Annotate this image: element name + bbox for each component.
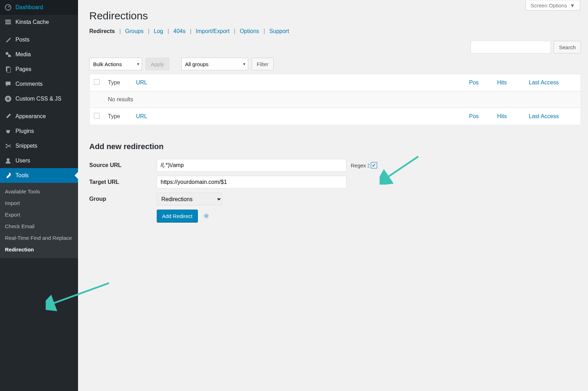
bulk-actions-select[interactable]: Bulk Actions <box>89 58 142 70</box>
svg-rect-1 <box>5 20 11 21</box>
sidebar-item-label: Comments <box>15 81 43 87</box>
submenu-redirection[interactable]: Redirection <box>0 244 78 255</box>
submenu-export[interactable]: Export <box>0 209 78 220</box>
redirects-table: Type URL Pos Hits Last Access No results… <box>89 74 581 125</box>
tab-groups[interactable]: Groups <box>125 28 143 34</box>
submenu-realtime-find-replace[interactable]: Real-Time Find and Replace <box>0 232 78 244</box>
sidebar-item-posts[interactable]: Posts <box>0 32 78 47</box>
sidebar-item-label: Media <box>15 51 31 58</box>
sidebar-item-label: Users <box>15 158 30 164</box>
target-url-input[interactable] <box>157 176 347 188</box>
group-label: Group <box>89 196 157 202</box>
pin-icon <box>4 36 12 44</box>
col-url-footer[interactable]: URL <box>132 108 465 125</box>
regex-label: Regex <box>351 162 366 168</box>
sidebar-item-kinsta-cache[interactable]: Kinsta Cache <box>0 15 78 30</box>
chevron-down-icon: ▼ <box>570 2 575 8</box>
sidebar-item-label: Snippets <box>15 143 37 149</box>
group-filter-select[interactable]: All groups <box>181 58 248 70</box>
sidebar-item-users[interactable]: Users <box>0 153 78 168</box>
page-title: Redirections <box>89 0 581 22</box>
svg-point-8 <box>6 144 7 145</box>
tab-import-export[interactable]: Import/Export <box>196 28 230 34</box>
regex-help-link[interactable]: ? <box>367 163 369 167</box>
comments-icon <box>4 80 12 88</box>
regex-checkbox[interactable]: ✓ <box>371 162 377 168</box>
tools-submenu: Available Tools Import Export Check Emai… <box>0 183 78 258</box>
scissors-icon <box>4 142 12 150</box>
col-hits-footer[interactable]: Hits <box>493 108 525 125</box>
submenu-available-tools[interactable]: Available Tools <box>0 186 78 197</box>
search-input[interactable] <box>471 41 551 53</box>
gear-icon <box>203 213 209 219</box>
col-last-access[interactable]: Last Access <box>525 74 581 91</box>
sidebar-item-comments[interactable]: Comments <box>0 77 78 91</box>
sidebar-item-label: Dashboard <box>15 4 43 11</box>
sidebar-item-label: Posts <box>15 37 30 43</box>
svg-point-9 <box>6 147 7 148</box>
advanced-options-toggle[interactable] <box>201 211 211 221</box>
media-icon <box>4 51 12 58</box>
col-hits[interactable]: Hits <box>493 74 525 91</box>
col-url[interactable]: URL <box>132 74 465 91</box>
svg-rect-3 <box>5 23 11 24</box>
user-icon <box>4 157 12 165</box>
svg-point-4 <box>6 52 8 55</box>
sidebar-item-media[interactable]: Media <box>0 47 78 62</box>
screen-options-label: Screen Options <box>531 2 567 8</box>
sidebar-item-dashboard[interactable]: Dashboard <box>0 0 78 15</box>
apply-button[interactable]: Apply <box>146 58 169 70</box>
target-url-label: Target URL <box>89 179 157 185</box>
tab-log[interactable]: Log <box>154 28 163 34</box>
sidebar-item-custom-css-js[interactable]: Custom CSS & JS <box>0 91 78 106</box>
col-type-footer: Type <box>104 108 132 125</box>
submenu-check-email[interactable]: Check Email <box>0 220 78 232</box>
sidebar-item-appearance[interactable]: Appearance <box>0 109 78 124</box>
no-results-message: No results <box>104 91 581 108</box>
sidebar-item-plugins[interactable]: Plugins <box>0 124 78 139</box>
dashboard-icon <box>4 4 12 11</box>
brush-icon <box>4 113 12 120</box>
cache-icon <box>4 18 12 26</box>
col-type: Type <box>104 74 132 91</box>
group-select[interactable]: Redirections <box>157 193 222 205</box>
admin-sidebar: Dashboard Kinsta Cache Posts Media Pages… <box>0 0 78 391</box>
pages-icon <box>4 65 12 73</box>
sidebar-item-tools[interactable]: Tools <box>0 168 78 183</box>
main-content: Screen Options ▼ Redirections Redirects … <box>78 0 588 391</box>
sidebar-item-label: Kinsta Cache <box>15 19 49 25</box>
select-all-checkbox-footer[interactable] <box>94 113 99 118</box>
redirection-tabs: Redirects | Groups | Log | 404s | Import… <box>89 28 581 34</box>
tab-redirects[interactable]: Redirects <box>89 28 115 34</box>
source-url-label: Source URL <box>89 162 157 168</box>
sidebar-item-label: Plugins <box>15 128 34 134</box>
col-last-access-footer[interactable]: Last Access <box>525 108 581 125</box>
search-button[interactable]: Search <box>554 41 581 53</box>
sidebar-item-pages[interactable]: Pages <box>0 62 78 77</box>
col-pos-footer[interactable]: Pos <box>465 108 493 125</box>
svg-rect-6 <box>7 68 11 72</box>
add-redirect-button[interactable]: Add Redirect <box>157 210 198 222</box>
sidebar-item-snippets[interactable]: Snippets <box>0 139 78 153</box>
sidebar-item-label: Pages <box>15 66 31 72</box>
svg-rect-2 <box>5 21 11 23</box>
sidebar-item-label: Appearance <box>15 113 46 120</box>
wrench-icon <box>4 172 12 179</box>
svg-point-10 <box>7 158 9 161</box>
source-url-input[interactable] <box>157 159 347 172</box>
select-all-checkbox[interactable] <box>94 79 99 85</box>
tab-options[interactable]: Options <box>240 28 259 34</box>
tab-404s[interactable]: 404s <box>173 28 186 34</box>
col-pos[interactable]: Pos <box>465 74 493 91</box>
plus-circle-icon <box>4 95 12 103</box>
submenu-import[interactable]: Import <box>0 197 78 209</box>
sidebar-item-label: Tools <box>15 172 28 179</box>
sidebar-item-label: Custom CSS & JS <box>15 96 62 102</box>
filter-button[interactable]: Filter <box>252 58 274 70</box>
screen-options-toggle[interactable]: Screen Options ▼ <box>525 1 580 11</box>
add-new-redirection-title: Add new redirection <box>89 142 581 151</box>
tab-support[interactable]: Support <box>269 28 289 34</box>
svg-point-11 <box>205 215 207 217</box>
plug-icon <box>4 127 12 135</box>
